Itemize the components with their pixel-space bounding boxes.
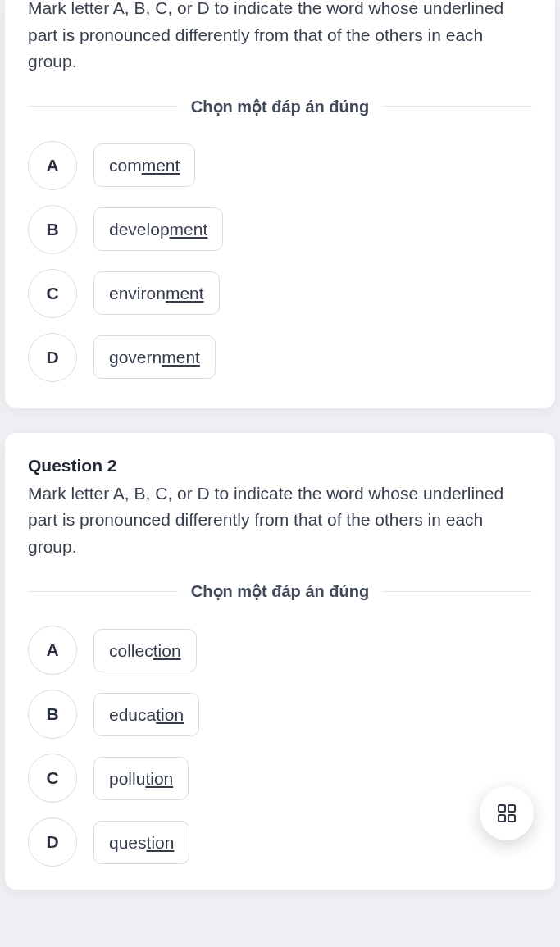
instruction-label: Chọn một đáp án đúng: [178, 581, 382, 601]
option-answer[interactable]: collection: [93, 629, 197, 672]
option-row[interactable]: C environment: [28, 269, 532, 318]
divider-line: [382, 591, 532, 592]
divider-line: [28, 591, 178, 592]
option-letter[interactable]: B: [28, 690, 77, 739]
instruction-divider: Chọn một đáp án đúng: [28, 581, 532, 601]
option-row[interactable]: D government: [28, 333, 532, 382]
option-answer[interactable]: comment: [93, 143, 195, 187]
option-row[interactable]: A comment: [28, 141, 532, 190]
grid-icon: [496, 803, 517, 824]
option-letter[interactable]: C: [28, 754, 77, 803]
svg-rect-1: [508, 805, 515, 812]
option-letter[interactable]: D: [28, 333, 77, 382]
option-row[interactable]: A collection: [28, 626, 532, 675]
instruction-label: Chọn một đáp án đúng: [178, 97, 382, 116]
option-answer[interactable]: pollution: [93, 757, 189, 800]
question-card: Question 2 Mark letter A, B, C, or D to …: [5, 433, 555, 890]
option-row[interactable]: B development: [28, 205, 532, 254]
option-row[interactable]: C pollution: [28, 754, 532, 803]
option-row[interactable]: B education: [28, 690, 532, 739]
option-answer[interactable]: environment: [93, 271, 220, 315]
option-letter[interactable]: B: [28, 205, 77, 254]
option-letter[interactable]: A: [28, 141, 77, 190]
svg-rect-2: [499, 815, 505, 822]
option-answer[interactable]: question: [93, 821, 189, 864]
svg-rect-3: [508, 815, 515, 822]
option-answer[interactable]: education: [93, 693, 199, 736]
option-answer[interactable]: government: [93, 335, 216, 379]
question-card: Mark letter A, B, C, or D to indicate th…: [5, 0, 555, 408]
question-prompt: Mark letter A, B, C, or D to indicate th…: [28, 480, 532, 561]
quiz-page: Mark letter A, B, C, or D to indicate th…: [0, 0, 560, 890]
instruction-divider: Chọn một đáp án đúng: [28, 97, 532, 116]
option-answer[interactable]: development: [93, 207, 223, 251]
svg-rect-0: [499, 805, 505, 812]
option-letter[interactable]: D: [28, 817, 77, 867]
divider-line: [382, 106, 532, 107]
question-title: Question 2: [28, 456, 532, 476]
divider-line: [28, 106, 178, 107]
grid-menu-button[interactable]: [480, 786, 534, 840]
option-letter[interactable]: C: [28, 269, 77, 318]
option-row[interactable]: D question: [28, 817, 532, 867]
option-letter[interactable]: A: [28, 626, 77, 675]
question-prompt: Mark letter A, B, C, or D to indicate th…: [28, 0, 532, 75]
